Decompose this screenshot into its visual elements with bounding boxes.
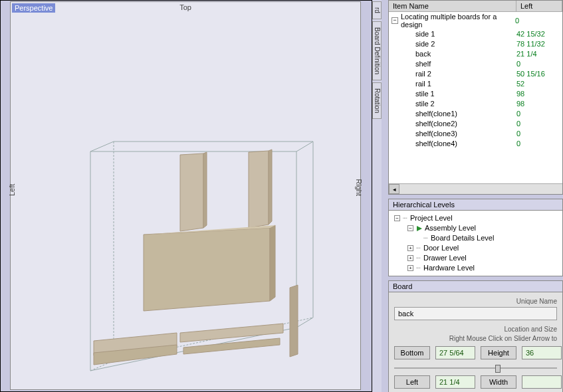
slider-handle[interactable] (495, 365, 501, 373)
left-button[interactable]: Left (394, 375, 430, 389)
viewport-panel: Perspective Top Left Right (0, 0, 372, 392)
collapse-icon[interactable]: − (394, 215, 400, 221)
height-value[interactable]: 36 (522, 346, 562, 359)
item-row[interactable]: shelf(clone4)0 (389, 139, 562, 149)
left-value[interactable]: 21 1/4 (435, 375, 475, 389)
item-row[interactable]: shelf(clone2)0 (389, 119, 562, 129)
item-left: 98 (516, 89, 524, 99)
scroll-track[interactable] (399, 184, 562, 194)
location-size-label: Location and Size (394, 326, 557, 333)
slider-hint: Right Mouse Click on Slider Arrow to (394, 335, 557, 342)
item-name: rail 2 (415, 69, 516, 79)
side-tab-strip: rd Board Definition Rotation (372, 1, 382, 201)
item-left: 98 (516, 99, 524, 109)
item-name: shelf(clone1) (415, 109, 516, 119)
item-list-header: Item Name Left (389, 1, 562, 12)
side-tab-1[interactable]: Board Definition (372, 21, 382, 80)
bottom-button[interactable]: Bottom (394, 346, 430, 359)
col-header-left[interactable]: Left (516, 1, 562, 11)
tree-door-level[interactable]: + ┈ Door Level (393, 243, 558, 253)
item-left: 0 (516, 129, 520, 139)
expand-icon[interactable]: + (407, 245, 413, 251)
item-name: stile 1 (415, 89, 516, 99)
width-value[interactable] (522, 375, 562, 389)
arrow-right-icon (416, 225, 423, 232)
item-row[interactable]: shelf(clone3)0 (389, 129, 562, 139)
3d-scene (11, 2, 362, 391)
item-row[interactable]: stile 298 (389, 99, 562, 109)
item-name: rail 1 (415, 79, 516, 89)
board-panel: Unique Name Location and Size Right Mous… (388, 292, 563, 392)
unique-name-label: Unique Name (394, 298, 557, 305)
item-left: 42 15/32 (516, 29, 545, 39)
tree-board-details[interactable]: ┈ Board Details Level (393, 233, 558, 243)
collapse-icon[interactable]: − (407, 225, 413, 231)
item-name: side 2 (415, 39, 516, 49)
svg-marker-1 (203, 152, 207, 228)
hierarchy-tree[interactable]: − ┈ Project Level − Assembly Level ┈ Boa… (388, 210, 563, 276)
bottom-slider[interactable] (394, 363, 557, 373)
item-name: shelf(clone3) (415, 129, 516, 139)
item-left: 78 11/32 (516, 39, 545, 49)
expand-icon[interactable]: + (407, 265, 413, 271)
item-left: 21 1/4 (516, 49, 537, 59)
item-name: shelf (415, 59, 516, 69)
item-row[interactable]: rail 152 (389, 79, 562, 89)
item-left: 0 (516, 109, 520, 119)
item-name: shelf(clone4) (415, 139, 516, 149)
side-tab-0[interactable]: rd (372, 1, 382, 19)
svg-marker-4 (144, 228, 270, 311)
item-row[interactable]: side 278 11/32 (389, 39, 562, 49)
tree-project-level[interactable]: − ┈ Project Level (393, 213, 558, 223)
tree-root-row[interactable]: − Locating multiple boards for a design … (389, 12, 562, 29)
tree-assembly-level[interactable]: − Assembly Level (393, 223, 558, 233)
unique-name-input[interactable] (394, 307, 557, 320)
svg-marker-7 (290, 285, 298, 357)
collapse-icon[interactable]: − (392, 17, 398, 24)
3d-viewport[interactable]: Perspective Top Left Right (10, 1, 361, 390)
board-title: Board (388, 280, 563, 292)
tree-hardware-level[interactable]: + ┈ Hardware Level (393, 263, 558, 273)
item-row[interactable]: back21 1/4 (389, 49, 562, 59)
item-row[interactable]: stile 198 (389, 89, 562, 99)
tree-root-left: 0 (515, 17, 519, 25)
item-row[interactable]: rail 250 15/16 (389, 69, 562, 79)
item-name: stile 2 (415, 99, 516, 109)
svg-marker-3 (269, 149, 272, 225)
height-button[interactable]: Height (481, 346, 516, 359)
item-left: 0 (516, 119, 520, 129)
expand-icon[interactable]: + (407, 255, 413, 261)
tree-root-label: Locating multiple boards for a design (401, 13, 515, 29)
col-header-item-name[interactable]: Item Name (389, 1, 516, 11)
item-left: 50 15/16 (516, 69, 545, 79)
item-name: shelf(clone2) (415, 119, 516, 129)
item-row[interactable]: shelf0 (389, 59, 562, 69)
scroll-left-icon[interactable]: ◂ (389, 184, 399, 194)
side-tab-2[interactable]: Rotation (372, 82, 382, 119)
width-button[interactable]: Width (481, 375, 516, 389)
bottom-value[interactable]: 27 5/64 (435, 346, 475, 359)
item-list-panel: Item Name Left − Locating multiple board… (388, 0, 563, 195)
item-row[interactable]: side 142 15/32 (389, 29, 562, 39)
svg-marker-5 (270, 225, 275, 301)
right-column: Item Name Left − Locating multiple board… (382, 0, 563, 392)
hierarchy-title: Hierarchical Levels (388, 199, 563, 210)
item-list-body[interactable]: − Locating multiple boards for a design … (389, 12, 562, 183)
svg-marker-2 (249, 151, 269, 228)
item-left: 52 (516, 79, 524, 89)
item-left: 0 (516, 139, 520, 149)
item-name: side 1 (415, 29, 516, 39)
item-row[interactable]: shelf(clone1)0 (389, 109, 562, 119)
item-name: back (415, 49, 516, 59)
svg-marker-0 (180, 153, 203, 231)
item-left: 0 (516, 59, 520, 69)
item-list-hscroll[interactable]: ◂ (389, 183, 562, 194)
tree-drawer-level[interactable]: + ┈ Drawer Level (393, 253, 558, 263)
svg-marker-12 (417, 226, 422, 231)
